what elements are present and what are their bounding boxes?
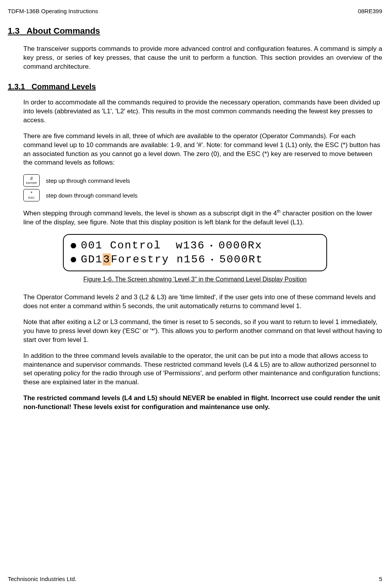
- level-indicator-highlight: 3: [103, 253, 111, 265]
- para-4: The Operator Command levels 2 and 3 (L2 …: [23, 293, 382, 311]
- lcd-display: 001 Control w136 ▪ 0000Rx GD13Forestry n…: [63, 234, 327, 271]
- footer-left: Technisonic Industries Ltd.: [8, 576, 77, 582]
- section-1-3-1-heading: 1.3.1 Command Levels: [8, 82, 382, 91]
- lcd-line-1: 001 Control w136 ▪ 0000Rx: [71, 239, 319, 253]
- superscript-th: th: [277, 209, 280, 213]
- para-5: Note that after exiting a L2 or L3 comma…: [23, 318, 382, 345]
- lcd-2c: 5000Rt: [219, 253, 263, 265]
- lcd-line-2-text: GD13Forestry n156 ▪ 5000Rt: [81, 253, 263, 265]
- key-esc-row: * ESC step down through command levels: [23, 189, 382, 201]
- para-3: When stepping through command levels, th…: [23, 208, 382, 227]
- lcd-1b: 0000Rx: [218, 239, 262, 252]
- para-2: There are five command levels in all, th…: [23, 132, 382, 168]
- esc-key-icon: * ESC: [23, 189, 40, 201]
- warning-paragraph: The restricted command levels (L4 and L5…: [23, 394, 382, 412]
- header-right: 08RE399: [358, 8, 382, 14]
- lcd-2a: GD1: [81, 253, 103, 265]
- page-header: TDFM-136B Operating Instructions 08RE399: [8, 8, 382, 14]
- subsection-title: Command Levels: [31, 82, 96, 91]
- header-left: TDFM-136B Operating Instructions: [8, 8, 98, 14]
- lcd-line-1-text: 001 Control w136 ▪ 0000Rx: [81, 239, 262, 252]
- subsection-number: 1.3.1: [8, 82, 25, 91]
- key-bottom: ENTER: [26, 182, 37, 185]
- decimal-dot-icon: ▪: [206, 257, 219, 264]
- decimal-dot-icon: ▪: [205, 243, 219, 250]
- key-top: #: [30, 176, 33, 181]
- page-number: 5: [379, 576, 382, 582]
- lcd-line-2: GD13Forestry n156 ▪ 5000Rt: [71, 253, 319, 267]
- para-1: In order to accommodate all the commands…: [23, 98, 382, 125]
- figure-caption: Figure 1-6. The Screen showing 'Level 3"…: [8, 276, 382, 283]
- enter-key-icon: # ENTER: [23, 174, 40, 187]
- key-enter-row: # ENTER step up through command levels: [23, 174, 382, 187]
- section-1-3-intro: The transceiver supports commands to pro…: [23, 45, 382, 71]
- section-1-3-heading: 1.3 About Commands: [8, 26, 382, 36]
- key-esc-label: step down through command levels: [46, 192, 138, 199]
- page-footer: Technisonic Industries Ltd. 5: [8, 576, 382, 582]
- lcd-1a: 001 Control w136: [81, 239, 205, 252]
- key-enter-label: step up through command levels: [46, 177, 130, 184]
- key-top: *: [31, 191, 33, 196]
- indicator-dot-icon: [71, 243, 76, 248]
- para-3a: When stepping through command levels, th…: [23, 210, 277, 217]
- lcd-2b: Forestry n156: [111, 253, 205, 265]
- key-bottom: ESC: [28, 196, 35, 199]
- section-number: 1.3: [8, 26, 20, 36]
- para-6: In addition to the three command levels …: [23, 352, 382, 387]
- indicator-dot-icon: [71, 257, 76, 262]
- section-title: About Commands: [26, 26, 100, 36]
